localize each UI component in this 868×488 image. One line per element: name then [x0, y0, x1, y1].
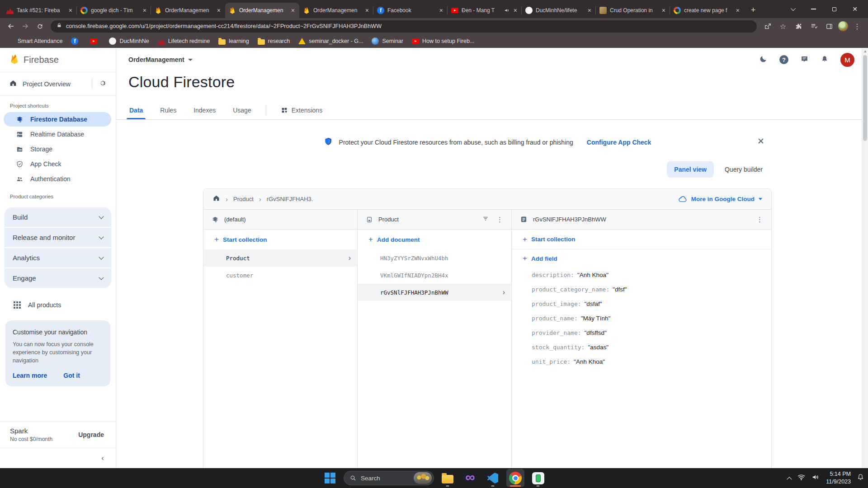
bookmark-github[interactable]: DucMinhNe	[109, 38, 149, 45]
restore-button[interactable]	[824, 0, 844, 18]
breadcrumb-collection[interactable]: Product	[233, 196, 254, 202]
collection-row-customer[interactable]: customer	[203, 267, 357, 284]
panel-view-button[interactable]: Panel view	[667, 161, 714, 178]
back-icon[interactable]	[5, 20, 17, 33]
file-explorer-button[interactable]	[439, 469, 457, 487]
got-it-button[interactable]: Got it	[63, 372, 80, 379]
sidebar-category-release[interactable]: Release and monitor	[5, 228, 111, 247]
filter-icon[interactable]	[482, 215, 489, 224]
browser-tab-crud[interactable]: Crud Operation in ×	[596, 3, 670, 18]
scroll-up-arrow[interactable]	[864, 50, 867, 52]
tray-notifications-bell-icon[interactable]	[857, 473, 864, 483]
phone-link-button[interactable]	[529, 469, 547, 487]
tab-close-icon[interactable]: ×	[142, 7, 147, 14]
bookmark-drive[interactable]: seminar_docker - G...	[298, 38, 363, 45]
field-row[interactable]: product_name: "Máy Tính"	[512, 311, 771, 325]
tab-close-icon[interactable]: ×	[68, 7, 73, 14]
volume-icon[interactable]	[811, 474, 820, 483]
browser-tab-ordermanagement-active[interactable]: OrderManagemen ×	[225, 3, 299, 18]
field-row[interactable]: provider_name: "dfsffsd"	[512, 325, 771, 340]
tab-close-icon[interactable]: ×	[513, 7, 518, 14]
configure-app-check-link[interactable]: Configure App Check	[587, 139, 651, 146]
taskbar-search[interactable]: Search	[344, 471, 434, 485]
tab-close-icon[interactable]: ×	[735, 7, 741, 14]
browser-tab-facebook[interactable]: f Facebook ×	[373, 3, 448, 18]
lock-icon[interactable]	[57, 22, 62, 30]
extensions-puzzle-icon[interactable]	[792, 20, 805, 33]
window-menu-chevron-icon[interactable]	[782, 0, 803, 18]
side-panel-icon[interactable]	[823, 20, 835, 33]
field-row[interactable]: description: "Anh Khoa"	[512, 267, 771, 282]
sidebar-category-build[interactable]: Build	[5, 207, 111, 227]
tray-overflow-chevron[interactable]	[787, 477, 792, 482]
forward-icon[interactable]	[19, 20, 32, 33]
browser-tab-google-dich[interactable]: google dịch - Tìm ×	[77, 3, 151, 18]
browser-tab-youtube[interactable]: Đen - Mang T ×	[448, 3, 522, 18]
sidebar-item-app-check[interactable]: App Check	[4, 157, 111, 171]
feedback-icon[interactable]	[800, 55, 809, 65]
scrollbar-thumb[interactable]	[863, 55, 867, 141]
breadcrumb-document[interactable]: rGvSNlFJFHAH3.	[267, 196, 313, 202]
browser-tab-ordermanagement-1[interactable]: OrderManagemen ×	[151, 3, 225, 18]
bookmark-smart-attendance[interactable]: Smart Attendance	[7, 38, 62, 45]
tab-close-icon[interactable]: ×	[439, 7, 444, 14]
add-document-button[interactable]: + Add document	[358, 230, 511, 249]
account-avatar[interactable]: M	[840, 53, 854, 67]
bookmark-folder-learning[interactable]: learning	[218, 38, 249, 45]
field-row[interactable]: product_image: "dsfaf"	[512, 296, 771, 311]
bookmark-folder-research[interactable]: research	[258, 38, 290, 45]
firebase-brand[interactable]: Firebase	[0, 48, 116, 72]
tab-usage[interactable]: Usage	[233, 101, 251, 119]
all-products-button[interactable]: All products	[0, 296, 116, 314]
document-row[interactable]: HN3yZYYSrZWNvxWhU4bh	[358, 249, 511, 267]
notifications-bell-icon[interactable]	[821, 55, 829, 65]
bookmark-youtube-firebase[interactable]: How to setup Fireb...	[412, 38, 474, 45]
visual-studio-button[interactable]: ∞	[461, 469, 479, 487]
chrome-button-active[interactable]	[506, 469, 524, 487]
tab-close-icon[interactable]: ×	[216, 7, 222, 14]
tab-close-icon[interactable]: ×	[587, 7, 592, 14]
tab-close-icon[interactable]: ×	[290, 7, 296, 14]
reading-list-icon[interactable]	[807, 20, 820, 33]
taskbar-clock[interactable]: 5:14 PM 11/9/2023	[826, 470, 851, 486]
bookmark-facebook[interactable]: f	[71, 38, 81, 45]
share-icon[interactable]	[761, 20, 774, 33]
page-scrollbar[interactable]	[862, 48, 868, 468]
start-collection-button[interactable]: + Start collection	[512, 230, 771, 249]
collapse-sidebar-chevron[interactable]: ‹	[101, 454, 104, 463]
address-bar[interactable]: console.firebase.google.com/u/1/project/…	[51, 20, 757, 33]
reload-icon[interactable]	[33, 20, 46, 33]
sidebar-item-authentication[interactable]: Authentication	[4, 172, 111, 186]
root-home-icon[interactable]	[212, 194, 220, 204]
field-row[interactable]: product_category_name: "dfsf"	[512, 282, 771, 296]
document-row-selected[interactable]: rGvSNlFJFHAH3PJnBhWW ›	[358, 284, 511, 301]
bookmark-youtube[interactable]	[90, 38, 100, 45]
wifi-icon[interactable]	[797, 474, 806, 483]
sidebar-item-storage[interactable]: Storage	[4, 142, 111, 156]
browser-tab-task[interactable]: Task #521: Fireba ×	[3, 3, 77, 18]
sidebar-category-analytics[interactable]: Analytics	[5, 248, 111, 267]
sidebar-item-realtime-database[interactable]: Realtime Database	[4, 127, 111, 141]
tab-close-icon[interactable]: ×	[661, 7, 666, 14]
tab-data[interactable]: Data	[129, 101, 143, 119]
field-row[interactable]: stock_quantity: "asdas"	[512, 340, 771, 354]
start-collection-button[interactable]: + Start collection	[203, 230, 357, 249]
document-row[interactable]: VKmlGWIfNIADYpn2BH4x	[358, 267, 511, 284]
bookmark-seminar[interactable]: Seminar	[372, 38, 403, 45]
collection-row-product[interactable]: Product ›	[203, 249, 357, 267]
project-settings-gear-icon[interactable]	[99, 79, 107, 89]
dark-mode-moon-icon[interactable]	[759, 55, 768, 65]
bookmark-redmine[interactable]: Lifetech redmine	[158, 38, 210, 45]
close-window-button[interactable]: ✕	[844, 0, 865, 18]
help-icon[interactable]: ?	[779, 55, 788, 64]
sidebar-category-engage[interactable]: Engage	[5, 268, 111, 288]
sidebar-item-firestore-database[interactable]: Firestore Database	[4, 112, 111, 127]
document-menu-kebab-icon[interactable]: ⋮	[755, 216, 765, 224]
close-banner-icon[interactable]: ✕	[757, 136, 764, 146]
minimize-button[interactable]	[803, 0, 824, 18]
query-builder-button[interactable]: Query builder	[717, 161, 770, 178]
bookmark-star-icon[interactable]: ☆	[777, 20, 789, 33]
more-in-google-cloud-link[interactable]: More in Google Cloud	[679, 196, 762, 202]
project-switcher[interactable]: OrderManagement	[128, 56, 193, 63]
browser-tab-github[interactable]: DucMinhNe/lifete ×	[522, 3, 596, 18]
